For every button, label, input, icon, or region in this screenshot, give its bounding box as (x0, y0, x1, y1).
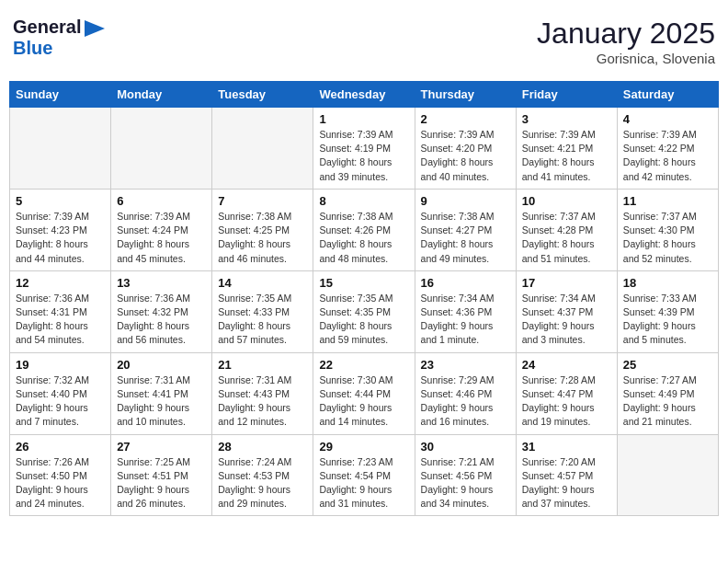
day-info: Sunrise: 7:38 AM Sunset: 4:25 PM Dayligh… (218, 210, 307, 266)
calendar-cell: 24Sunrise: 7:28 AM Sunset: 4:47 PM Dayli… (516, 352, 617, 434)
day-info: Sunrise: 7:35 AM Sunset: 4:35 PM Dayligh… (319, 292, 408, 348)
svg-marker-0 (85, 20, 105, 37)
calendar-cell: 8Sunrise: 7:38 AM Sunset: 4:26 PM Daylig… (313, 189, 415, 270)
header-sunday: Sunday (10, 82, 111, 108)
calendar-cell: 12Sunrise: 7:36 AM Sunset: 4:31 PM Dayli… (10, 270, 111, 352)
day-number: 25 (623, 358, 712, 372)
day-number: 26 (16, 440, 105, 454)
calendar-week-row: 1Sunrise: 7:39 AM Sunset: 4:19 PM Daylig… (10, 108, 719, 190)
day-info: Sunrise: 7:20 AM Sunset: 4:57 PM Dayligh… (522, 455, 611, 511)
day-number: 20 (117, 358, 206, 372)
calendar-cell: 18Sunrise: 7:33 AM Sunset: 4:39 PM Dayli… (617, 270, 718, 352)
page-header: General Blue January 2025 Gorisnica, Slo… (9, 9, 719, 74)
day-number: 21 (218, 358, 307, 372)
logo: General Blue (13, 17, 105, 59)
day-info: Sunrise: 7:34 AM Sunset: 4:37 PM Dayligh… (522, 292, 611, 348)
day-info: Sunrise: 7:36 AM Sunset: 4:32 PM Dayligh… (117, 292, 206, 348)
calendar-week-row: 19Sunrise: 7:32 AM Sunset: 4:40 PM Dayli… (10, 352, 719, 434)
day-number: 6 (117, 194, 206, 208)
calendar-cell: 21Sunrise: 7:31 AM Sunset: 4:43 PM Dayli… (212, 352, 313, 434)
day-number: 17 (522, 276, 611, 290)
day-number: 13 (117, 276, 206, 290)
month-title: January 2025 (537, 17, 715, 51)
day-info: Sunrise: 7:39 AM Sunset: 4:20 PM Dayligh… (421, 128, 510, 184)
calendar-cell: 29Sunrise: 7:23 AM Sunset: 4:54 PM Dayli… (313, 434, 415, 516)
day-number: 30 (421, 440, 510, 454)
calendar-cell: 1Sunrise: 7:39 AM Sunset: 4:19 PM Daylig… (313, 108, 415, 190)
day-info: Sunrise: 7:37 AM Sunset: 4:28 PM Dayligh… (522, 210, 611, 266)
calendar-cell (10, 108, 111, 190)
calendar-cell: 13Sunrise: 7:36 AM Sunset: 4:32 PM Dayli… (111, 270, 212, 352)
logo-arrow-icon (85, 20, 105, 37)
day-info: Sunrise: 7:30 AM Sunset: 4:44 PM Dayligh… (319, 373, 408, 430)
day-info: Sunrise: 7:24 AM Sunset: 4:53 PM Dayligh… (218, 455, 307, 511)
calendar-cell: 17Sunrise: 7:34 AM Sunset: 4:37 PM Dayli… (516, 270, 617, 352)
calendar-cell: 4Sunrise: 7:39 AM Sunset: 4:22 PM Daylig… (617, 108, 718, 190)
calendar-week-row: 5Sunrise: 7:39 AM Sunset: 4:23 PM Daylig… (10, 189, 719, 270)
day-number: 8 (319, 194, 408, 208)
calendar-cell: 7Sunrise: 7:38 AM Sunset: 4:25 PM Daylig… (212, 189, 313, 270)
day-number: 27 (117, 440, 206, 454)
day-info: Sunrise: 7:39 AM Sunset: 4:22 PM Dayligh… (623, 128, 712, 184)
day-number: 15 (319, 276, 408, 290)
day-number: 9 (421, 194, 510, 208)
calendar-cell (111, 108, 212, 190)
header-thursday: Thursday (415, 82, 516, 108)
day-info: Sunrise: 7:23 AM Sunset: 4:54 PM Dayligh… (319, 455, 408, 511)
day-info: Sunrise: 7:26 AM Sunset: 4:50 PM Dayligh… (16, 455, 105, 511)
calendar-cell: 23Sunrise: 7:29 AM Sunset: 4:46 PM Dayli… (415, 352, 516, 434)
day-number: 2 (421, 112, 510, 126)
calendar-week-row: 26Sunrise: 7:26 AM Sunset: 4:50 PM Dayli… (10, 434, 719, 516)
day-info: Sunrise: 7:37 AM Sunset: 4:30 PM Dayligh… (623, 210, 712, 266)
header-tuesday: Tuesday (212, 82, 313, 108)
day-number: 24 (522, 358, 611, 372)
day-number: 22 (319, 358, 408, 372)
day-number: 19 (16, 358, 105, 372)
day-number: 5 (16, 194, 105, 208)
day-number: 1 (319, 112, 408, 126)
logo-general-text: General (13, 17, 81, 38)
day-info: Sunrise: 7:21 AM Sunset: 4:56 PM Dayligh… (421, 455, 510, 511)
logo-blue-text: Blue (13, 38, 52, 59)
calendar-cell: 19Sunrise: 7:32 AM Sunset: 4:40 PM Dayli… (10, 352, 111, 434)
calendar-cell: 30Sunrise: 7:21 AM Sunset: 4:56 PM Dayli… (415, 434, 516, 516)
calendar-cell (617, 434, 718, 516)
calendar-cell: 6Sunrise: 7:39 AM Sunset: 4:24 PM Daylig… (111, 189, 212, 270)
header-wednesday: Wednesday (313, 82, 415, 108)
day-info: Sunrise: 7:39 AM Sunset: 4:24 PM Dayligh… (117, 210, 206, 266)
day-number: 7 (218, 194, 307, 208)
location: Gorisnica, Slovenia (537, 51, 715, 66)
calendar-cell: 31Sunrise: 7:20 AM Sunset: 4:57 PM Dayli… (516, 434, 617, 516)
calendar-cell: 26Sunrise: 7:26 AM Sunset: 4:50 PM Dayli… (10, 434, 111, 516)
calendar-cell: 15Sunrise: 7:35 AM Sunset: 4:35 PM Dayli… (313, 270, 415, 352)
calendar-cell: 5Sunrise: 7:39 AM Sunset: 4:23 PM Daylig… (10, 189, 111, 270)
day-info: Sunrise: 7:25 AM Sunset: 4:51 PM Dayligh… (117, 455, 206, 511)
header-monday: Monday (111, 82, 212, 108)
day-info: Sunrise: 7:39 AM Sunset: 4:19 PM Dayligh… (319, 128, 408, 184)
day-info: Sunrise: 7:31 AM Sunset: 4:43 PM Dayligh… (218, 373, 307, 430)
calendar-cell: 20Sunrise: 7:31 AM Sunset: 4:41 PM Dayli… (111, 352, 212, 434)
day-number: 23 (421, 358, 510, 372)
day-number: 12 (16, 276, 105, 290)
day-info: Sunrise: 7:39 AM Sunset: 4:23 PM Dayligh… (16, 210, 105, 266)
title-area: January 2025 Gorisnica, Slovenia (537, 17, 715, 66)
day-info: Sunrise: 7:31 AM Sunset: 4:41 PM Dayligh… (117, 373, 206, 430)
calendar-table: Sunday Monday Tuesday Wednesday Thursday… (9, 81, 719, 516)
calendar-cell: 3Sunrise: 7:39 AM Sunset: 4:21 PM Daylig… (516, 108, 617, 190)
calendar-cell: 10Sunrise: 7:37 AM Sunset: 4:28 PM Dayli… (516, 189, 617, 270)
header-friday: Friday (516, 82, 617, 108)
day-number: 28 (218, 440, 307, 454)
day-number: 16 (421, 276, 510, 290)
calendar-cell: 16Sunrise: 7:34 AM Sunset: 4:36 PM Dayli… (415, 270, 516, 352)
day-number: 29 (319, 440, 408, 454)
day-info: Sunrise: 7:36 AM Sunset: 4:31 PM Dayligh… (16, 292, 105, 348)
calendar-week-row: 12Sunrise: 7:36 AM Sunset: 4:31 PM Dayli… (10, 270, 719, 352)
day-info: Sunrise: 7:32 AM Sunset: 4:40 PM Dayligh… (16, 373, 105, 430)
calendar-cell: 27Sunrise: 7:25 AM Sunset: 4:51 PM Dayli… (111, 434, 212, 516)
calendar-cell: 9Sunrise: 7:38 AM Sunset: 4:27 PM Daylig… (415, 189, 516, 270)
day-number: 10 (522, 194, 611, 208)
day-info: Sunrise: 7:35 AM Sunset: 4:33 PM Dayligh… (218, 292, 307, 348)
calendar-header-row: Sunday Monday Tuesday Wednesday Thursday… (10, 82, 719, 108)
day-info: Sunrise: 7:33 AM Sunset: 4:39 PM Dayligh… (623, 292, 712, 348)
calendar-cell: 22Sunrise: 7:30 AM Sunset: 4:44 PM Dayli… (313, 352, 415, 434)
